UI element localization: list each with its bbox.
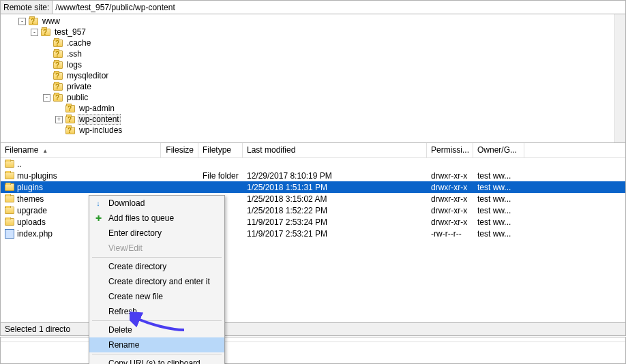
tree-twisty-icon[interactable]: - bbox=[31, 29, 38, 36]
tree-label: logs bbox=[65, 60, 83, 70]
unknown-badge-icon: ? bbox=[55, 40, 59, 47]
menu-label: Rename bbox=[108, 340, 139, 350]
menu-label: Enter directory bbox=[108, 228, 162, 238]
filename-label: themes bbox=[17, 194, 44, 204]
folder-icon: ? bbox=[53, 40, 63, 47]
menu-item-create-new-file[interactable]: Create new file bbox=[89, 289, 224, 304]
tree-item-wp-content[interactable]: +?wp-content bbox=[3, 114, 623, 125]
remote-site-label: Remote site: bbox=[1, 1, 53, 14]
folder-icon bbox=[5, 218, 14, 226]
sort-caret-icon: ▲ bbox=[42, 148, 48, 154]
tree-item-www[interactable]: -?www bbox=[3, 16, 623, 27]
add-icon: ✚ bbox=[93, 213, 103, 223]
tree-label: .cache bbox=[65, 38, 92, 48]
cell-own: test ww... bbox=[473, 183, 524, 192]
col-header-owner[interactable]: Owner/G... bbox=[473, 143, 524, 157]
cell-modified: 11/9/2017 2:53:21 PM bbox=[243, 229, 427, 239]
folder-icon: ? bbox=[29, 18, 38, 25]
menu-label: Create directory and enter it bbox=[108, 277, 210, 286]
cell-perm: drwxr-xr-x bbox=[427, 171, 473, 181]
tree-item-.ssh[interactable]: ?.ssh bbox=[3, 48, 623, 59]
list-row[interactable]: mu-pluginsFile folder12/29/2017 8:10:19 … bbox=[1, 170, 625, 181]
tree-item-public[interactable]: -?public bbox=[3, 92, 623, 103]
tree-item-wp-includes[interactable]: ?wp-includes bbox=[3, 125, 623, 136]
remote-tree-panel: -?www-?test_957?.cache?.ssh?logs?mysqled… bbox=[0, 14, 626, 143]
folder-icon bbox=[5, 172, 14, 179]
folder-icon: ? bbox=[65, 105, 75, 112]
cell-own: test ww... bbox=[473, 194, 524, 204]
tree-label: wp-includes bbox=[78, 125, 123, 135]
tree-label: mysqleditor bbox=[65, 71, 110, 80]
menu-item-enter-directory[interactable]: Enter directory bbox=[89, 226, 224, 241]
tree-label: wp-admin bbox=[78, 104, 116, 113]
cell-type: File folder bbox=[198, 171, 243, 181]
tree-twisty-icon[interactable]: + bbox=[55, 116, 63, 123]
tree-item-mysqleditor[interactable]: ?mysqleditor bbox=[3, 70, 623, 81]
tree-item-test_957[interactable]: -?test_957 bbox=[3, 27, 623, 37]
cell-perm: drwxr-xr-x bbox=[427, 194, 473, 204]
folder-icon: ? bbox=[65, 127, 75, 134]
menu-item-download[interactable]: ↓Download bbox=[89, 196, 224, 211]
menu-separator bbox=[92, 354, 222, 354]
annotation-arrow bbox=[130, 311, 191, 335]
tree-item-private[interactable]: ?private bbox=[3, 81, 623, 92]
tree-twisty-icon[interactable]: - bbox=[43, 94, 50, 102]
col-header-modified[interactable]: Last modified bbox=[243, 143, 427, 157]
folder-icon: ? bbox=[53, 50, 63, 58]
filename-label: mu-plugins bbox=[17, 171, 57, 181]
tree-label: public bbox=[65, 93, 89, 102]
tree-item-wp-admin[interactable]: ?wp-admin bbox=[3, 103, 623, 114]
menu-item-view-edit: View/Edit bbox=[89, 241, 224, 256]
col-header-filetype[interactable]: Filetype bbox=[198, 143, 243, 157]
folder-icon bbox=[5, 207, 14, 214]
folder-icon: ? bbox=[53, 83, 63, 91]
tree-label: .ssh bbox=[65, 49, 83, 59]
list-row[interactable]: plugins1/25/2018 1:51:31 PMdrwxr-xr-xtes… bbox=[1, 181, 625, 193]
menu-item-create-directory[interactable]: Create directory bbox=[89, 259, 224, 274]
filename-label: plugins bbox=[17, 183, 43, 192]
cell-modified: 11/9/2017 2:53:24 PM bbox=[243, 217, 427, 227]
tree-twisty-spacer bbox=[43, 72, 50, 80]
tree-scrollbar[interactable] bbox=[614, 14, 625, 142]
folder-icon: ? bbox=[65, 116, 75, 123]
folder-icon: ? bbox=[53, 72, 63, 80]
menu-item-create-directory-and-enter-it[interactable]: Create directory and enter it bbox=[89, 274, 224, 289]
tree-label: wp-content bbox=[78, 114, 121, 125]
menu-item-add-files-to-queue[interactable]: ✚Add files to queue bbox=[89, 211, 224, 226]
remote-site-path-input[interactable] bbox=[53, 1, 625, 14]
unknown-badge-icon: ? bbox=[68, 116, 72, 123]
cell-modified: 12/29/2017 8:10:19 PM bbox=[243, 171, 427, 181]
tree-twisty-spacer bbox=[43, 83, 50, 91]
list-row[interactable]: .. bbox=[1, 158, 625, 170]
tree-twisty-spacer bbox=[55, 105, 63, 112]
php-file-icon bbox=[5, 229, 14, 239]
status-text: Selected 1 directo bbox=[5, 324, 70, 334]
unknown-badge-icon: ? bbox=[55, 83, 59, 91]
cell-modified: 1/25/2018 1:52:22 PM bbox=[243, 206, 427, 215]
folder-icon bbox=[5, 183, 14, 191]
tree-label: www bbox=[41, 16, 61, 26]
parent-dir-icon bbox=[5, 160, 14, 168]
remote-site-bar: Remote site: bbox=[0, 0, 626, 14]
tree-label: private bbox=[65, 82, 93, 91]
menu-item-copy-url-s-to-clipboard[interactable]: Copy URL(s) to clipboard bbox=[89, 356, 224, 364]
filename-label: uploads bbox=[17, 217, 46, 227]
col-header-permissions[interactable]: Permissi... bbox=[427, 143, 473, 157]
context-menu: ↓Download✚Add files to queueEnter direct… bbox=[89, 195, 225, 364]
folder-icon bbox=[5, 195, 14, 202]
menu-separator bbox=[92, 257, 222, 258]
tree-item-.cache[interactable]: ?.cache bbox=[3, 37, 623, 48]
tree-label: test_957 bbox=[53, 27, 87, 37]
col-header-filename[interactable]: Filename▲ bbox=[1, 143, 161, 157]
col-header-filesize[interactable]: Filesize bbox=[161, 143, 198, 157]
menu-item-rename[interactable]: Rename bbox=[89, 337, 224, 352]
cell-modified: 1/25/2018 1:51:31 PM bbox=[243, 183, 427, 192]
tree-twisty-icon[interactable]: - bbox=[18, 18, 26, 25]
cell-own: test ww... bbox=[473, 206, 524, 215]
unknown-badge-icon: ? bbox=[68, 105, 72, 112]
unknown-badge-icon: ? bbox=[55, 61, 59, 69]
tree-twisty-spacer bbox=[43, 40, 50, 47]
tree-item-logs[interactable]: ?logs bbox=[3, 59, 623, 70]
folder-icon: ? bbox=[53, 94, 63, 102]
folder-icon: ? bbox=[53, 61, 63, 69]
